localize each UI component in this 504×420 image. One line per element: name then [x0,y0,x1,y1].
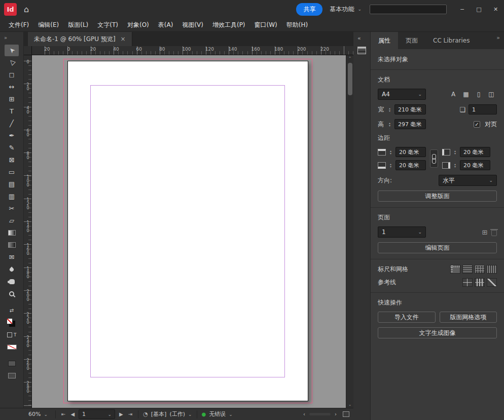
gradient-feather-tool[interactable] [5,239,19,251]
spin-down-icon[interactable]: ▾ [389,124,390,127]
fill-stroke-swatches[interactable] [5,317,19,328]
menu-item-窗口(W)[interactable]: 窗口(W) [250,21,282,29]
smart-guides-icon[interactable] [475,278,485,287]
document-tab[interactable]: 未命名-1 @ 60% [GPU 预览] × [28,32,132,46]
layout-grid-icon[interactable]: ▦ [460,89,472,99]
scissors-tool[interactable]: ✂ [5,203,19,214]
vertical-scrollbar-thumb[interactable] [348,63,352,95]
normal-view-icon[interactable] [5,358,19,369]
pages-panel-icon[interactable] [357,47,366,54]
guide-options-icon[interactable] [487,278,497,287]
vertical-scrollbar[interactable]: ⌃ ⌄ [346,55,353,408]
zoom-tool[interactable] [5,288,19,299]
menu-item-版面(L)[interactable]: 版面(L) [63,21,93,29]
menu-item-表(A)[interactable]: 表(A) [154,21,178,29]
scroll-left-icon[interactable]: ‹ [302,411,306,417]
toolbar-expand-icon[interactable]: » [0,32,11,45]
ruler-origin-corner[interactable] [24,46,32,55]
home-icon[interactable]: ⌂ [24,5,29,14]
add-page-icon[interactable]: ⊞ [480,228,489,236]
panel-tab-CC Libraries[interactable]: CC Libraries [425,32,477,49]
scroll-up-icon[interactable]: ⌃ [348,55,352,62]
prev-page-button[interactable]: ◀ [69,411,76,417]
panel-menu-icon[interactable]: » [496,34,500,41]
line-tool[interactable]: ╱ [5,118,19,129]
document-grid-icon[interactable] [475,265,485,274]
next-page-button[interactable]: ▶ [118,411,124,417]
margin-top-stepper[interactable]: ▴ ▾ [388,149,393,155]
last-page-button[interactable]: ⇥ [127,411,133,417]
close-button[interactable]: ✕ [487,0,504,18]
minimize-button[interactable]: ─ [454,0,471,18]
spin-down-icon[interactable]: ▾ [454,165,456,168]
margin-top-input[interactable]: 20 毫米 [395,147,426,157]
adjust-layout-button[interactable]: 调整版面 [378,190,497,202]
baseline-grid-icon[interactable] [462,265,473,274]
delete-page-icon[interactable] [491,230,497,236]
margin-bottom-stepper[interactable]: ▴ ▾ [388,163,393,168]
margin-bottom-input[interactable]: 20 毫米 [395,160,426,170]
margin-outside-input[interactable]: 20 毫米 [460,160,490,170]
formatting-affects-icon[interactable] [5,329,19,340]
first-page-button[interactable]: ⇤ [60,411,66,417]
menu-item-对象(O)[interactable]: 对象(O) [123,21,154,29]
note-tool[interactable]: ✉ [5,251,19,263]
page-size-select[interactable]: A4 ⌄ [378,89,426,100]
search-input[interactable] [370,5,447,14]
create-guides-icon[interactable] [462,278,473,287]
page-number-select[interactable]: 1 ⌄ [79,409,115,419]
horizontal-scrollbar[interactable] [309,413,331,415]
height-input[interactable]: 297 毫米 [394,119,426,129]
pages-count-input[interactable]: 1 [469,104,497,114]
margin-inside-stepper[interactable]: ▴ ▾ [452,149,458,155]
preflight-errors-label[interactable]: 无错误 [209,410,226,418]
spin-down-icon[interactable]: ▾ [389,109,390,112]
menu-item-文字(T)[interactable]: 文字(T) [93,21,123,29]
preflight-profile[interactable]: [基本] [151,410,167,418]
width-stepper[interactable]: ▴ ▾ [387,107,392,112]
margin-inside-input[interactable]: 20 毫米 [460,147,490,157]
orientation-select[interactable]: 水平 ⌄ [439,175,497,186]
tab-close-icon[interactable]: × [121,35,126,43]
content-collector-tool[interactable]: ⊞ [5,93,19,105]
gap-tool[interactable]: ↔ [5,81,19,93]
horizontal-ruler[interactable]: 20020406080100120140160180200220 [32,46,353,55]
margin-outside-stepper[interactable]: ▴ ▾ [452,163,458,168]
direct-selection-tool[interactable]: ▷ [5,57,19,68]
document-setup-icon[interactable]: A [448,89,459,99]
margins-columns-icon[interactable]: ▯ [473,89,484,99]
pen-tool[interactable]: ✒ [5,130,19,141]
current-page-select[interactable]: 1 ⌄ [378,226,426,238]
menu-item-文件(F)[interactable]: 文件(F) [4,21,33,29]
rectangle-frame-tool[interactable]: ⊠ [5,154,19,166]
gradient-swatch-tool[interactable] [5,227,19,239]
bleed-slug-icon[interactable]: ◫ [486,89,497,99]
horizontal-grid-tool[interactable]: ▤ [5,178,19,190]
width-input[interactable]: 210 毫米 [394,104,426,114]
maximize-button[interactable]: □ [471,0,487,18]
vertical-grid-tool[interactable]: ▥ [5,190,19,202]
frame-grid-options-icon[interactable] [450,265,460,274]
chevron-down-icon[interactable]: ⌄ [229,412,233,417]
selection-tool[interactable]: ➤ [5,45,19,56]
chevron-down-icon[interactable]: ⌄ [188,412,192,417]
type-tool[interactable]: T [5,105,19,117]
layout-grid-options-button[interactable]: 版面网格选项 [440,312,497,323]
share-button[interactable]: 共享 [296,3,322,16]
scroll-right-icon[interactable]: › [334,411,338,417]
menu-item-视图(V)[interactable]: 视图(V) [177,21,208,29]
pencil-tool[interactable]: ✎ [5,142,19,154]
facing-pages-checkbox[interactable]: ✓ [474,121,480,128]
zoom-level-select[interactable]: 60% ⌄ [25,410,51,418]
workspace-switcher[interactable]: 基本功能 ⌄ [330,5,362,14]
edit-pages-button[interactable]: 编辑页面 [378,242,497,253]
hand-tool[interactable] [5,276,19,287]
menu-item-编辑(E)[interactable]: 编辑(E) [33,21,63,29]
menu-item-增效工具(P)[interactable]: 增效工具(P) [208,21,250,29]
rectangle-tool[interactable]: ▭ [5,166,19,178]
eyedropper-tool[interactable] [5,263,19,275]
text-to-image-button[interactable]: 文字生成图像 [378,327,497,338]
swap-fill-stroke-icon[interactable]: ⇄ [5,304,19,316]
spin-down-icon[interactable]: ▾ [390,165,391,168]
screen-mode-icon[interactable] [5,370,19,381]
